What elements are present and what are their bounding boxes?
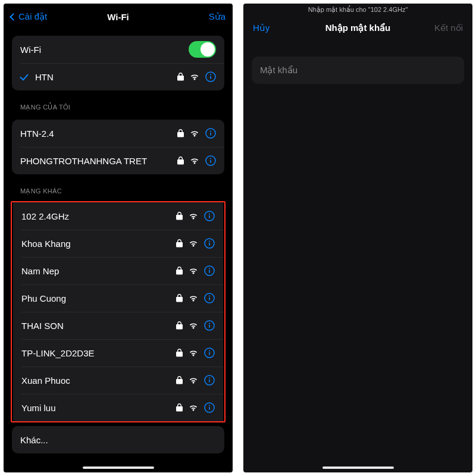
wifi-toggle-label: Wi-Fi <box>20 45 189 55</box>
svg-point-25 <box>209 350 210 352</box>
lock-icon <box>176 267 183 275</box>
info-icon[interactable] <box>205 155 216 166</box>
svg-rect-5 <box>210 133 211 136</box>
wifi-signal-icon <box>190 157 199 164</box>
password-field[interactable]: Mật khẩu <box>252 57 464 84</box>
home-indicator[interactable] <box>83 466 154 469</box>
svg-point-16 <box>209 268 210 270</box>
network-row[interactable]: Phu Cuong <box>13 284 223 312</box>
password-placeholder: Mật khẩu <box>260 65 298 76</box>
network-name: Yumi luu <box>21 403 176 413</box>
other-networks-header: MẠNG KHÁC <box>10 174 227 198</box>
svg-rect-17 <box>209 270 210 273</box>
info-icon[interactable] <box>204 320 215 331</box>
wifi-signal-icon <box>189 267 198 274</box>
network-row[interactable]: Nam Nep <box>13 257 223 284</box>
network-name: HTN-2.4 <box>20 129 177 139</box>
info-icon[interactable] <box>204 265 215 276</box>
svg-point-22 <box>209 323 210 324</box>
network-row[interactable]: HTN-2.4 <box>12 120 224 147</box>
svg-rect-14 <box>209 243 210 246</box>
wifi-settings-screen: Cài đặt Wi-Fi Sửa Wi-Fi HTN MẠNG CỦA TÔI <box>4 4 233 472</box>
svg-point-28 <box>209 378 210 379</box>
svg-point-4 <box>210 131 211 132</box>
password-entry-screen: Nhập mật khẩu cho "102 2.4GHz" Hủy Nhập … <box>243 4 472 472</box>
back-button[interactable]: Cài đặt <box>11 11 47 22</box>
lock-icon <box>176 349 183 357</box>
info-icon[interactable] <box>205 71 216 82</box>
wifi-switch-on[interactable] <box>189 41 216 58</box>
info-icon[interactable] <box>204 375 215 386</box>
lock-icon <box>176 403 183 412</box>
other-networks-group: 102 2.4GHzKhoa KhangNam NepPhu CuongTHAI… <box>13 202 223 421</box>
wifi-signal-icon <box>189 377 198 384</box>
home-indicator[interactable] <box>322 466 394 469</box>
network-name: Xuan Phuoc <box>21 375 176 386</box>
lock-icon <box>176 239 183 248</box>
svg-rect-32 <box>209 407 210 410</box>
network-name: TP-LINK_2D2D3E <box>21 348 176 358</box>
svg-point-13 <box>209 241 210 242</box>
wifi-scroll-content: Wi-Fi HTN MẠNG CỦA TÔI HTN-2.4 <box>4 30 233 472</box>
info-icon[interactable] <box>204 293 215 303</box>
wifi-signal-icon <box>189 212 198 220</box>
svg-rect-11 <box>209 215 210 218</box>
lock-icon <box>177 129 184 137</box>
network-name: Nam Nep <box>21 266 176 276</box>
sheet-title: Nhập mật khẩu <box>325 23 391 33</box>
screen-title: Wi-Fi <box>107 12 129 22</box>
lock-icon <box>176 376 183 384</box>
network-name: 102 2.4GHz <box>21 211 176 221</box>
network-row[interactable]: PHONGTROTHANHNGA TRET <box>12 147 224 174</box>
sheet-nav: Hủy Nhập mật khẩu Kết nối <box>243 15 472 41</box>
wifi-signal-icon <box>189 240 198 247</box>
info-icon[interactable] <box>204 211 215 221</box>
network-name: Khoa Khang <box>21 239 176 249</box>
svg-rect-2 <box>210 76 211 79</box>
info-icon[interactable] <box>205 128 216 139</box>
wifi-signal-icon <box>189 322 198 329</box>
network-row[interactable]: Khoa Khang <box>13 230 223 257</box>
my-networks-header: MẠNG CỦA TÔI <box>10 90 227 114</box>
network-row[interactable]: THAI SON <box>13 312 223 339</box>
network-row[interactable]: Yumi luu <box>13 394 223 421</box>
edit-button[interactable]: Sửa <box>209 11 226 22</box>
lock-icon <box>177 156 184 165</box>
svg-rect-20 <box>209 298 210 300</box>
checkmark-icon <box>20 71 29 80</box>
other-label: Khác... <box>20 435 216 445</box>
wifi-signal-icon <box>189 295 198 302</box>
lock-icon <box>176 294 183 302</box>
svg-point-19 <box>209 296 210 297</box>
info-icon[interactable] <box>204 402 215 413</box>
lock-icon <box>176 321 183 330</box>
network-row[interactable]: TP-LINK_2D2D3E <box>13 339 223 367</box>
connected-network-row[interactable]: HTN <box>12 63 224 90</box>
svg-point-1 <box>210 74 211 76</box>
svg-point-7 <box>210 158 211 159</box>
chevron-left-icon <box>10 13 17 21</box>
other-network-row[interactable]: Khác... <box>12 426 224 453</box>
svg-point-31 <box>209 405 210 406</box>
wifi-toggle-row[interactable]: Wi-Fi <box>12 36 224 63</box>
connected-network-name: HTN <box>35 72 177 82</box>
svg-rect-8 <box>210 160 211 163</box>
my-networks-group: HTN-2.4 PHONGTROTHANHNGA TRET <box>12 120 224 174</box>
network-name: PHONGTROTHANHNGA TRET <box>20 156 177 166</box>
cancel-button[interactable]: Hủy <box>253 23 270 33</box>
wifi-signal-icon <box>189 404 198 411</box>
network-name: THAI SON <box>21 321 176 331</box>
nav-bar: Cài đặt Wi-Fi Sửa <box>4 4 233 30</box>
highlight-box: 102 2.4GHzKhoa KhangNam NepPhu CuongTHAI… <box>11 201 226 422</box>
back-label: Cài đặt <box>18 11 47 22</box>
other-row-group: Khác... <box>12 426 224 453</box>
network-row[interactable]: 102 2.4GHz <box>13 202 223 230</box>
join-button[interactable]: Kết nối <box>434 23 463 33</box>
lock-icon <box>176 212 183 220</box>
info-icon[interactable] <box>204 347 215 358</box>
info-icon[interactable] <box>204 238 215 249</box>
network-row[interactable]: Xuan Phuoc <box>13 367 223 394</box>
svg-rect-26 <box>209 352 210 355</box>
wifi-toggle-group: Wi-Fi HTN <box>12 36 224 90</box>
wifi-signal-icon <box>190 73 199 80</box>
